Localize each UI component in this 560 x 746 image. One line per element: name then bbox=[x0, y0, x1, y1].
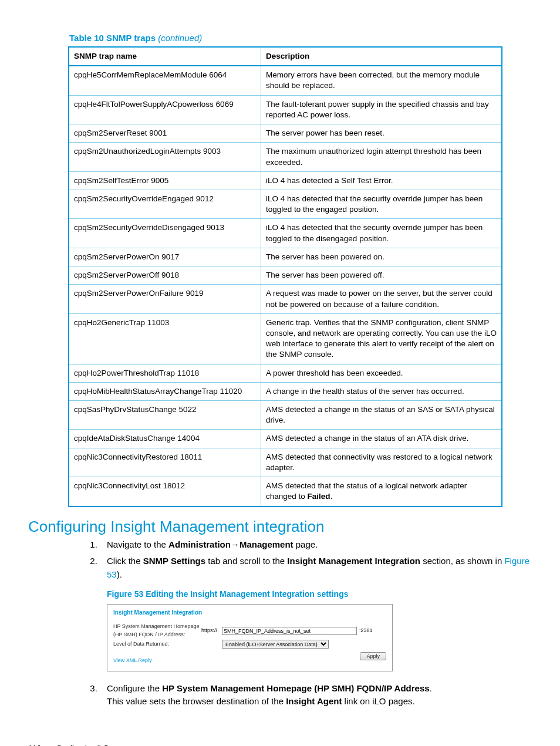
trap-name: cpqHe4FltTolPowerSupplyACpowerloss 6069 bbox=[69, 95, 261, 124]
table-title-text: Table 10 SNMP traps bbox=[69, 33, 158, 43]
fig-input-fqdn[interactable] bbox=[222, 627, 357, 635]
trap-desc: A power threshold has been exceeded. bbox=[261, 364, 502, 382]
fig-label-fqdn: HP System Management Homepage (HP SMH) F… bbox=[113, 623, 201, 639]
trap-name: cpqIdeAtaDiskStatusChange 14004 bbox=[69, 430, 261, 448]
table-row: cpqSm2ServerPowerOnFailure 9019A request… bbox=[69, 285, 502, 313]
table-row: cpqSm2ServerPowerOn 9017The server has b… bbox=[69, 248, 502, 266]
steps-list: Navigate to the Administration→Managemen… bbox=[100, 538, 532, 708]
fig-apply-button[interactable]: Apply bbox=[360, 652, 386, 660]
col-header-name: SNMP trap name bbox=[69, 47, 261, 66]
trap-name: cpqSm2SecurityOverrideDisengaged 9013 bbox=[69, 219, 261, 248]
trap-name: cpqSm2UnauthorizedLoginAttempts 9003 bbox=[69, 143, 261, 171]
trap-name: cpqSm2ServerPowerOn 9017 bbox=[69, 248, 261, 266]
table-title: Table 10 SNMP traps (continued) bbox=[69, 33, 532, 43]
trap-desc: The fault-tolerant power supply in the s… bbox=[261, 95, 502, 124]
table-row: cpqNic3ConnectivityLost 18012AMS detecte… bbox=[69, 477, 502, 507]
trap-desc: A change in the health status of the ser… bbox=[261, 382, 502, 400]
figure-box: Insight Management Integration HP System… bbox=[107, 604, 393, 671]
trap-desc: iLO 4 has detected that the security ove… bbox=[261, 190, 502, 218]
trap-desc: iLO 4 has detected a Self Test Error. bbox=[261, 171, 502, 190]
table-row: cpqHo2PowerThresholdTrap 11018A power th… bbox=[69, 364, 502, 382]
trap-name: cpqSm2SecurityOverrideEngaged 9012 bbox=[69, 190, 261, 218]
trap-name: cpqHoMibHealthStatusArrayChangeTrap 1102… bbox=[69, 382, 261, 400]
table-row: cpqSm2ServerReset 9001The server power h… bbox=[69, 124, 502, 143]
table-row: cpqHe4FltTolPowerSupplyACpowerloss 6069T… bbox=[69, 95, 502, 124]
table-row: cpqIdeAtaDiskStatusChange 14004AMS detec… bbox=[69, 430, 502, 448]
trap-name: cpqSm2ServerReset 9001 bbox=[69, 124, 261, 143]
footer-section: Configuring iLO bbox=[56, 744, 109, 746]
table-title-continued: (continued) bbox=[158, 33, 202, 43]
trap-desc: A request was made to power on the serve… bbox=[261, 285, 502, 313]
col-header-desc: Description bbox=[261, 47, 502, 66]
trap-desc: AMS detected that connectivity was resto… bbox=[261, 448, 502, 477]
trap-desc: AMS detected that the status of a logica… bbox=[261, 477, 502, 507]
table-row: cpqSm2SecurityOverrideEngaged 9012iLO 4 … bbox=[69, 190, 502, 218]
step-1: Navigate to the Administration→Managemen… bbox=[100, 538, 532, 552]
fig-select-level[interactable]: Enabled (iLO+Server Association Data) bbox=[222, 640, 329, 649]
trap-desc: AMS detected a change in the status of a… bbox=[261, 430, 502, 448]
step-2: Click the SNMP Settings tab and scroll t… bbox=[100, 555, 532, 671]
trap-desc: The maximum unauthorized login attempt t… bbox=[261, 143, 502, 171]
fig-view-xml-link[interactable]: View XML Reply bbox=[113, 657, 152, 665]
fig-proto: https:// bbox=[201, 627, 222, 635]
snmp-traps-table: SNMP trap name Description cpqHe5CorrMem… bbox=[68, 46, 502, 507]
trap-name: cpqSm2SelfTestError 9005 bbox=[69, 171, 261, 190]
table-row: cpqHo2GenericTrap 11003Generic trap. Ver… bbox=[69, 313, 502, 364]
page-number: 116 bbox=[28, 744, 54, 746]
table-row: cpqSm2SecurityOverrideDisengaged 9013iLO… bbox=[69, 219, 502, 248]
step-3: Configure the HP System Management Homep… bbox=[100, 682, 532, 708]
trap-desc: The server has been powered off. bbox=[261, 266, 502, 285]
trap-name: cpqSm2ServerPowerOff 9018 bbox=[69, 266, 261, 285]
table-row: cpqSm2UnauthorizedLoginAttempts 9003The … bbox=[69, 143, 502, 171]
table-row: cpqHoMibHealthStatusArrayChangeTrap 1102… bbox=[69, 382, 502, 400]
trap-name: cpqNic3ConnectivityRestored 18011 bbox=[69, 448, 261, 477]
trap-desc: The server has been powered on. bbox=[261, 248, 502, 266]
fig-label-level: Level of Data Returned: bbox=[113, 640, 201, 649]
trap-desc: Generic trap. Verifies that the SNMP con… bbox=[261, 313, 502, 364]
figure-title: Insight Management Integration bbox=[113, 608, 386, 617]
table-row: cpqHe5CorrMemReplaceMemModule 6064Memory… bbox=[69, 66, 502, 95]
footer: 116 Configuring iLO bbox=[28, 744, 532, 746]
section-heading: Configuring Insight Management integrati… bbox=[28, 518, 532, 536]
trap-name: cpqHe5CorrMemReplaceMemModule 6064 bbox=[69, 66, 261, 95]
trap-name: cpqHo2GenericTrap 11003 bbox=[69, 313, 261, 364]
table-row: cpqSm2ServerPowerOff 9018The server has … bbox=[69, 266, 502, 285]
trap-name: cpqSasPhyDrvStatusChange 5022 bbox=[69, 401, 261, 430]
trap-desc: The server power has been reset. bbox=[261, 124, 502, 143]
trap-name: cpqHo2PowerThresholdTrap 11018 bbox=[69, 364, 261, 382]
figure-caption: Figure 53 Editing the Insight Management… bbox=[107, 588, 532, 600]
fig-port: :2381 bbox=[359, 627, 373, 635]
trap-desc: iLO 4 has detected that the security ove… bbox=[261, 219, 502, 248]
table-row: cpqSm2SelfTestError 9005iLO 4 has detect… bbox=[69, 171, 502, 190]
trap-desc: Memory errors have been corrected, but t… bbox=[261, 66, 502, 95]
table-row: cpqNic3ConnectivityRestored 18011AMS det… bbox=[69, 448, 502, 477]
trap-name: cpqNic3ConnectivityLost 18012 bbox=[69, 477, 261, 507]
table-row: cpqSasPhyDrvStatusChange 5022AMS detecte… bbox=[69, 401, 502, 430]
trap-desc: AMS detected a change in the status of a… bbox=[261, 401, 502, 430]
trap-name: cpqSm2ServerPowerOnFailure 9019 bbox=[69, 285, 261, 313]
